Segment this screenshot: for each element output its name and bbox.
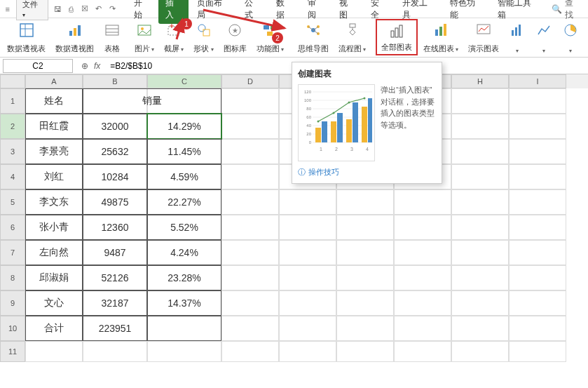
table-cell[interactable]: 李文东 (25, 189, 83, 215)
xtick: 2 (335, 147, 338, 152)
annotation-badge-1: 1 (181, 18, 192, 29)
table-cell[interactable] (147, 316, 221, 341)
table-cell[interactable]: 22.27% (147, 189, 221, 215)
table-cell[interactable]: 32187 (83, 290, 147, 316)
svg-marker-29 (350, 29, 355, 35)
row-header[interactable]: 1 (0, 88, 25, 114)
data-table: 姓名 销量 田红霞 32000 14.29% 李景亮 25632 11.45% … (25, 88, 221, 341)
svg-rect-36 (444, 24, 446, 36)
svg-rect-0 (20, 24, 33, 36)
table-cell[interactable]: 5.52% (147, 215, 221, 240)
header-sales[interactable]: 销量 (83, 88, 221, 114)
table-cell[interactable]: 23.28% (147, 265, 221, 290)
table-cell[interactable]: 文心 (25, 290, 83, 316)
ribbon-table[interactable]: 表格 (100, 19, 125, 55)
col-header-D[interactable]: D (221, 74, 279, 88)
ribbon-iconlib[interactable]: ★图标库 (219, 19, 251, 55)
table-cell[interactable]: 李景亮 (25, 139, 83, 164)
table-cell[interactable]: 32000 (83, 114, 147, 139)
file-menu-button[interactable]: 文件 ▾ (16, 0, 48, 20)
ribbon-linechart[interactable] (531, 19, 556, 55)
ribbon-barchart[interactable] (505, 19, 530, 55)
col-header-C[interactable]: C (147, 74, 221, 88)
svg-point-14 (198, 25, 205, 32)
menubar-left: ≡ 文件 ▾ 🖫 ⎙ ☒ ↶ ↷ (3, 0, 117, 20)
svg-rect-64 (322, 121, 327, 142)
svg-rect-63 (315, 128, 321, 142)
ribbon-flowchart[interactable]: 流程图 (334, 19, 370, 55)
table-cell[interactable]: 10284 (83, 164, 147, 189)
ribbon-allcharts[interactable]: 全部图表 (376, 19, 418, 55)
hamburger-icon[interactable]: ≡ (3, 4, 12, 14)
table-cell[interactable]: 52126 (83, 265, 147, 290)
svg-rect-19 (271, 25, 276, 29)
col-header-A[interactable]: A (25, 74, 83, 88)
row-header[interactable]: 10 (0, 316, 25, 341)
tooltip-link[interactable]: ⓘ 操作技巧 (298, 161, 436, 178)
row-header[interactable]: 7 (0, 240, 25, 265)
svg-rect-28 (350, 24, 355, 27)
ribbon-onlinechart[interactable]: 在线图表 (419, 19, 463, 55)
row-header[interactable]: 4 (0, 164, 25, 189)
table-cell[interactable]: 邱淑娟 (25, 265, 83, 290)
svg-rect-6 (106, 25, 118, 35)
table-cell[interactable]: 左向然 (25, 240, 83, 265)
ribbon-shapes[interactable]: 形状 (189, 19, 217, 55)
ribbon-picture[interactable]: 图片 (130, 19, 158, 55)
ytick: 80 (306, 107, 311, 111)
row-header[interactable]: 6 (0, 215, 25, 240)
table-cell[interactable]: 12360 (83, 215, 147, 240)
name-box[interactable] (3, 59, 73, 73)
table-cell[interactable]: 11.45% (147, 139, 221, 164)
table-cell[interactable]: 田红霞 (25, 114, 83, 139)
col-header-B[interactable]: B (83, 74, 147, 88)
table-cell[interactable]: 9487 (83, 240, 147, 265)
print-icon[interactable]: ⎙ (67, 4, 76, 14)
tooltip-link-label: 操作技巧 (308, 167, 339, 178)
ribbon-pivottable[interactable]: 数据透视表 (3, 19, 50, 55)
header-name[interactable]: 姓名 (25, 88, 83, 114)
ribbon-pivotchart[interactable]: 数据透视图 (51, 19, 98, 55)
ribbon-barhchart[interactable] (584, 19, 588, 55)
preview-icon[interactable]: ☒ (80, 4, 89, 14)
fx-icon[interactable]: fx (94, 61, 100, 71)
ribbon-piechart[interactable] (558, 19, 583, 55)
ytick: 60 (306, 115, 311, 119)
svg-point-73 (348, 102, 350, 104)
fx-dropdown-icon[interactable]: ⊕ (81, 61, 88, 71)
svg-rect-37 (477, 25, 490, 34)
svg-rect-66 (337, 113, 343, 142)
cell-C2-selected[interactable]: 14.29% (147, 114, 221, 139)
redo-icon[interactable]: ↷ (107, 4, 116, 14)
search-button[interactable]: 🔍 查找 (547, 0, 585, 21)
row-header[interactable]: 2 (0, 114, 25, 139)
ribbon-mindmap[interactable]: 思维导图 (294, 19, 333, 55)
table-cell[interactable]: 张小青 (25, 215, 83, 240)
row-header[interactable]: 5 (0, 189, 25, 215)
col-header-I[interactable]: I (509, 74, 566, 88)
row-header[interactable]: 9 (0, 290, 25, 316)
total-label[interactable]: 合计 (25, 316, 83, 341)
save-icon[interactable]: 🖫 (53, 4, 62, 14)
ribbon-presentchart[interactable]: 演示图表 (464, 19, 503, 55)
col-header-H[interactable]: H (451, 74, 509, 88)
ytick: 0 (309, 140, 312, 145)
table-cell[interactable]: 14.37% (147, 290, 221, 316)
search-label: 查找 (565, 0, 581, 21)
row-header[interactable]: 8 (0, 265, 25, 290)
row-header[interactable]: 11 (0, 341, 25, 362)
svg-rect-33 (399, 25, 402, 37)
svg-rect-5 (78, 25, 81, 36)
table-cell[interactable]: 25632 (83, 139, 147, 164)
row-header[interactable]: 3 (0, 139, 25, 164)
table-cell[interactable]: 刘红 (25, 164, 83, 189)
total-value[interactable]: 223951 (83, 316, 147, 341)
table-cell[interactable]: 4.24% (147, 240, 221, 265)
xtick: 1 (320, 147, 322, 152)
select-all-corner[interactable] (0, 74, 25, 88)
xtick: 3 (350, 147, 353, 152)
ytick: 100 (304, 98, 312, 102)
undo-icon[interactable]: ↶ (94, 4, 103, 14)
table-cell[interactable]: 49875 (83, 189, 147, 215)
table-cell[interactable]: 4.59% (147, 164, 221, 189)
